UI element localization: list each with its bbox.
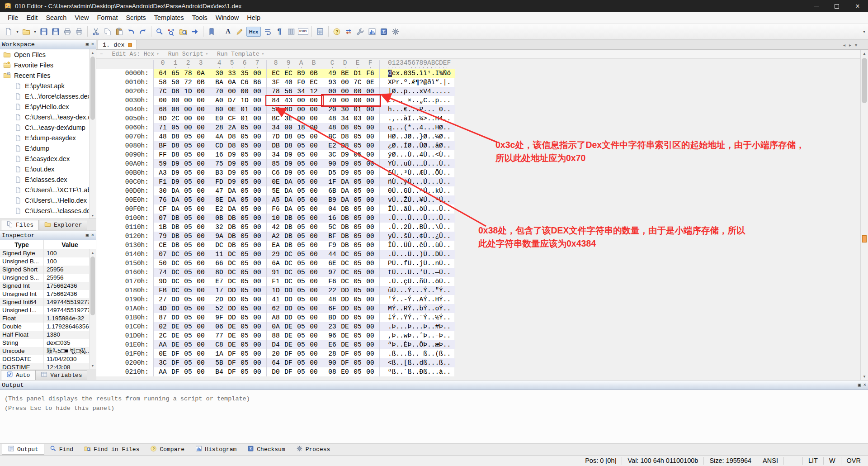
hex-byte[interactable]: 05 (351, 159, 364, 168)
hex-byte[interactable]: 05 (295, 259, 307, 268)
hex-byte[interactable]: 05 (182, 286, 194, 295)
hex-byte[interactable]: 6B (326, 186, 339, 195)
hex-byte-group[interactable]: 3F40F0EC (267, 78, 323, 87)
hex-byte[interactable]: 05 (351, 367, 364, 376)
hex-byte[interactable]: 05 (182, 232, 194, 241)
hex-byte[interactable]: 01 (238, 114, 251, 123)
hex-byte[interactable]: 00 (307, 250, 320, 259)
hex-row[interactable]: 0120h:79DB05009ADB0500A2DB0500BFDB0500yÛ… (96, 232, 454, 241)
hex-byte[interactable]: 00 (364, 141, 377, 150)
scrollbar-thumb[interactable] (862, 58, 867, 103)
hex-byte[interactable]: 00 (251, 141, 264, 150)
hex-byte-group[interactable]: 16D90500 (210, 150, 267, 159)
hex-byte[interactable]: 00 (226, 87, 238, 96)
hex-byte[interactable]: DA (226, 186, 238, 195)
scroll-up-icon[interactable]: ▲ (90, 249, 96, 256)
hex-byte[interactable]: DC (282, 277, 295, 286)
hex-row[interactable]: 0100h:07DB05000BDB050010DB050016DB0500.Û… (96, 214, 454, 223)
hex-byte[interactable]: 0B (307, 69, 320, 78)
hex-byte[interactable]: 64 (156, 69, 169, 78)
tree-root-favorite-files[interactable]: Favorite Files (0, 60, 96, 70)
hex-byte[interactable]: 00 (182, 123, 194, 132)
hex-byte-group[interactable]: 11DC0500 (210, 250, 267, 259)
hex-byte[interactable]: 90 (326, 159, 339, 168)
hex-byte[interactable]: 00 (182, 105, 194, 114)
hex-row[interactable]: 00B0h:A3D90500B3D90500C6D90500D5D90500£Ù… (96, 168, 454, 177)
hex-byte[interactable]: 05 (295, 132, 307, 141)
hex-byte[interactable]: 00 (251, 331, 264, 340)
hex-ascii[interactable]: MÝ..RÝ..bÝ..oÝ.. (384, 304, 455, 313)
hex-byte[interactable]: 28 (213, 123, 226, 132)
bottom-tab-compare[interactable]: Compare (145, 444, 190, 455)
hex-byte-group[interactable]: 5CDB0500 (323, 223, 380, 232)
hex-byte[interactable]: 00 (364, 241, 377, 250)
hex-byte[interactable]: 23 (326, 322, 339, 331)
hex-byte[interactable]: 22 (326, 286, 339, 295)
hex-byte[interactable]: DB (282, 214, 295, 223)
hex-byte-group[interactable]: EADB0500 (267, 241, 323, 250)
hex-byte[interactable]: DB (169, 214, 182, 223)
hex-row[interactable]: 0180h:FBDC050017DD05001DDD050022DD0500ûÜ… (96, 286, 454, 295)
hex-byte[interactable]: DA (339, 186, 351, 195)
hex-byte[interactable]: D9 (226, 177, 238, 186)
hex-byte[interactable]: DF (226, 358, 238, 367)
scroll-up-icon[interactable]: ▲ (90, 49, 96, 56)
hex-byte-group[interactable]: FFD80500 (153, 150, 210, 159)
recent-file-item[interactable]: C:\Users\...\Hello.dex (0, 195, 96, 205)
hex-byte[interactable]: DB (169, 232, 182, 241)
hex-ascii[interactable]: h...€...P... 0.. (384, 105, 455, 114)
hex-byte[interactable]: E2 (326, 141, 339, 150)
tree-root-recent-files[interactable]: Recent Files (0, 70, 96, 81)
workspace-close-icon[interactable]: × (91, 42, 94, 47)
hex-ascii[interactable]: .Ü...Ü..)Ü..DÜ.. (384, 250, 455, 259)
hex-byte-group[interactable]: 9FDD0500 (210, 313, 267, 322)
hex-byte[interactable]: 3C (326, 150, 339, 159)
hex-byte[interactable]: DE (169, 322, 182, 331)
hex-byte[interactable]: 52 (213, 304, 226, 313)
hex-byte-group[interactable]: 97DC0500 (323, 268, 380, 277)
hex-byte-group[interactable]: 47DA0500 (210, 186, 267, 195)
hex-byte[interactable]: AA (156, 340, 169, 349)
hex-byte[interactable]: 00 (364, 168, 377, 177)
hex-byte-group[interactable]: 48D80500 (323, 123, 380, 132)
hex-byte[interactable]: 00 (182, 96, 194, 105)
hex-byte[interactable]: 97 (326, 268, 339, 277)
hex-byte[interactable]: 05 (351, 349, 364, 358)
scrollbar-thumb[interactable] (90, 57, 95, 120)
hex-byte[interactable]: 3F (269, 78, 282, 87)
print-preview-button[interactable] (73, 25, 85, 38)
hex-byte[interactable]: 05 (238, 159, 251, 168)
hex-row[interactable]: 0010h:5850720BBA0AC6B63F40F0EC93007C0EXP… (96, 78, 454, 87)
status-endian[interactable]: LIT (802, 457, 823, 465)
hex-byte[interactable]: DF (339, 358, 351, 367)
hex-byte[interactable]: 05 (295, 322, 307, 331)
hex-byte[interactable]: DB (169, 241, 182, 250)
recent-file-item[interactable]: E:\out.dex (0, 164, 96, 174)
hex-byte[interactable]: 05 (351, 250, 364, 259)
hex-byte-group[interactable]: 27DD0500 (153, 295, 210, 304)
hex-byte[interactable]: 05 (295, 159, 307, 168)
hex-row[interactable]: 0060h:71050000282A05003400180048D80500q.… (96, 123, 454, 132)
open-file-dropdown[interactable]: ▾ (32, 25, 38, 38)
hex-byte-group[interactable]: 3CD90500 (323, 150, 380, 159)
hex-byte-group[interactable]: 02DE0500 (153, 322, 210, 331)
inspector-row[interactable]: Signed Int641497445519277... (0, 298, 96, 306)
hex-byte[interactable]: 00 (307, 177, 320, 186)
hex-byte-group[interactable]: C8DE0500 (210, 340, 267, 349)
menu-edit[interactable]: Edit (22, 14, 42, 21)
hex-byte[interactable]: 00 (251, 87, 264, 96)
recent-file-item[interactable]: E:\classes.dex (0, 174, 96, 185)
hex-byte[interactable]: DA (169, 186, 182, 195)
hex-byte-group[interactable]: 0EDF0500 (153, 349, 210, 358)
hex-byte-group[interactable]: 93007C0E (323, 78, 380, 87)
hex-byte-group[interactable]: B4DF0500 (210, 367, 267, 376)
hex-byte[interactable]: DA (339, 195, 351, 204)
hex-byte[interactable]: 77 (213, 331, 226, 340)
tree-root-open-files[interactable]: Open Files (0, 49, 96, 60)
hex-byte-group[interactable]: 49BED1F6 (323, 69, 380, 78)
hex-byte[interactable]: 05 (238, 358, 251, 367)
hex-byte[interactable]: 00 (326, 87, 339, 96)
hex-byte[interactable]: 85 (269, 159, 282, 168)
hex-ascii[interactable]: PÜ..fÜ..jÜ..nÜ.. (384, 259, 455, 268)
hex-byte-group[interactable]: 7DD80500 (267, 132, 323, 141)
